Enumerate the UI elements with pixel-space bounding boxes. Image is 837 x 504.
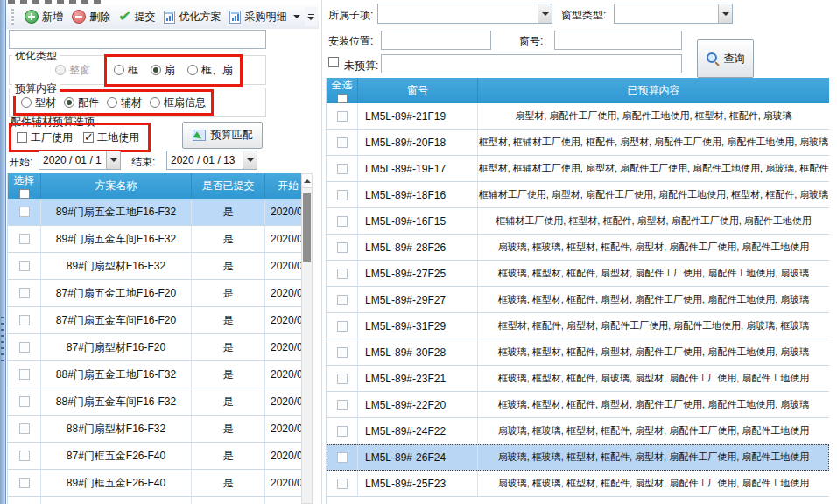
window-row[interactable]: LM5L-89#-23F21框玻璃, 框型材, 框配件, 扇玻璃, 扇型材, 扇… <box>327 366 829 392</box>
window-row[interactable]: LM5L-89#-18F16框辅材工厂使用, 扇型材, 扇配件工厂使用, 扇配件… <box>327 182 829 208</box>
left-splitter[interactable] <box>0 0 6 504</box>
row-checkbox[interactable] <box>19 234 30 244</box>
plan-row[interactable]: 87#门框五金F26-F40是2020/0 <box>8 443 302 470</box>
window-row[interactable]: LM5L-89#-27F25框玻璃, 框型材, 框配件, 扇型材, 扇配件工厂使… <box>327 261 829 287</box>
plan-row[interactable]: 89#门框五金F26-F40是2020/0 <box>8 470 302 497</box>
window-row[interactable]: LM5L-89#-29F27框玻璃, 框型材, 框配件, 扇型材, 扇配件工厂使… <box>327 287 829 313</box>
radio-型材[interactable]: 型材 <box>21 95 56 110</box>
window-row[interactable]: LM5L-89#-20F18框型材, 框辅材工厂使用, 框配件, 扇型材, 扇配… <box>327 130 829 156</box>
select-all-plans-checkbox[interactable] <box>19 189 30 199</box>
sub-item-dropdown-button[interactable] <box>538 4 552 23</box>
plan-row[interactable]: 88#门扇五金工地F16-F32是2020/0 <box>8 361 302 388</box>
purchase-detail-button[interactable]: 采购明细 <box>225 7 291 27</box>
radio-辅材[interactable]: 辅材 <box>107 95 142 110</box>
window-row[interactable]: LM5L-89#-21F19扇型材, 扇配件工厂使用, 扇配件工地使用, 框型材… <box>327 103 829 130</box>
plan-row[interactable]: 89#门扇五金工地F16-F32是2020/0 <box>8 199 302 226</box>
plan-row[interactable]: 87#门扇五金车间F16-F20是2020/0 <box>8 307 302 334</box>
plan-row[interactable]: 88#门框五金F21-F40是2020/0 <box>8 497 302 504</box>
window-row[interactable]: LM5L-89#-19F17框型材, 框辅材工厂使用, 扇型材, 扇配件工厂使用… <box>327 156 829 182</box>
plan-row[interactable]: 88#门扇五金车间F16-F32是2020/0 <box>8 388 302 416</box>
window-row[interactable]: LM5L-89#-25F23扇玻璃, 框玻璃, 框型材, 框配件, 扇型材, 扇… <box>327 471 829 497</box>
window-type-dropdown-button[interactable] <box>718 4 732 23</box>
row-checkbox[interactable] <box>19 315 30 326</box>
optimize-plan-button[interactable]: 优化方案 <box>159 7 225 27</box>
row-checkbox[interactable] <box>337 374 348 384</box>
plans-scrollbar[interactable] <box>301 173 313 504</box>
row-checkbox[interactable] <box>337 295 348 305</box>
toolbar-overflow-button[interactable] <box>305 7 317 26</box>
window-row[interactable]: LM5L-89#-28F26扇玻璃, 框玻璃, 框型材, 框配件, 扇型材, 扇… <box>327 234 829 261</box>
windows-table: 全选 窗号 已预算内容 LM5L-89#-21F19扇型材, 扇配件工厂使用, … <box>326 78 829 504</box>
checkbox-工厂使用[interactable]: 工厂使用 <box>17 130 73 145</box>
no-budget-input[interactable] <box>381 54 682 74</box>
windows-header-content[interactable]: 已预算内容 <box>478 78 829 103</box>
end-date-picker[interactable]: 2020 / 01 / 13 <box>166 150 257 170</box>
row-checkbox[interactable] <box>337 190 348 200</box>
submit-button[interactable]: 提交 <box>115 7 159 27</box>
checkbox-工地使用[interactable]: 工地使用 <box>83 130 139 145</box>
no-budget-checkbox[interactable] <box>328 57 339 67</box>
row-checkbox[interactable] <box>19 478 30 488</box>
start-date-dropdown-button[interactable] <box>106 151 120 169</box>
start-date-label: 开始: <box>9 155 32 170</box>
radio-扇[interactable]: 扇 <box>151 63 175 78</box>
row-checkbox[interactable] <box>337 452 348 463</box>
row-checkbox[interactable] <box>337 479 348 489</box>
row-checkbox[interactable] <box>19 396 30 407</box>
plan-filter-input[interactable] <box>9 30 266 49</box>
radio-配件[interactable]: 配件 <box>64 95 99 110</box>
window-row[interactable]: LM5L-89#-16F15框辅材工厂使用, 框型材, 框配件, 扇型材, 扇配… <box>327 208 829 234</box>
row-checkbox[interactable] <box>337 164 348 174</box>
sub-item-combobox[interactable] <box>377 4 552 24</box>
select-all-windows-checkbox[interactable] <box>337 94 348 103</box>
row-checkbox[interactable] <box>19 451 30 461</box>
window-row[interactable]: LM5L-89#-26F24扇玻璃, 框玻璃, 框型材, 框配件, 扇型材, 扇… <box>327 444 829 471</box>
row-checkbox[interactable] <box>19 206 30 217</box>
plans-header-submitted[interactable]: 是否已提交 <box>192 173 265 199</box>
window-no-input[interactable] <box>554 31 682 50</box>
scrollbar-up-button[interactable] <box>302 174 312 188</box>
start-date-picker[interactable]: 2020 / 01 / 1 <box>39 150 121 170</box>
plan-row[interactable]: 87#门扇五金工地F16-F20是2020/0 <box>8 280 302 307</box>
plan-row[interactable]: 88#门扇型材F16-F32是2020/0 <box>8 416 302 443</box>
window-row[interactable]: LM5L-89#-24F22扇玻璃, 框玻璃, 框型材, 框配件, 扇型材, 扇… <box>327 418 829 444</box>
query-button[interactable]: 查询 <box>697 39 754 78</box>
radio-框扇信息[interactable]: 框扇信息 <box>150 95 206 110</box>
radio-circle-icon <box>107 97 117 108</box>
plan-row-select-cell <box>8 443 41 469</box>
radio-框[interactable]: 框 <box>114 63 138 78</box>
row-checkbox[interactable] <box>337 242 348 253</box>
row-checkbox[interactable] <box>19 288 30 298</box>
row-checkbox[interactable] <box>337 400 348 410</box>
row-checkbox[interactable] <box>337 426 348 437</box>
plans-header-start[interactable]: 开始 <box>265 173 302 199</box>
plans-header-name[interactable]: 方案名称 <box>41 173 192 199</box>
window-row[interactable]: LM5L-89#-30F28框玻璃, 框型材, 框配件, 扇型材, 扇配件工厂使… <box>327 340 829 366</box>
add-button[interactable]: 新增 <box>20 7 67 27</box>
window-type-combobox[interactable] <box>614 4 733 24</box>
plan-row[interactable]: 89#门扇五金车间F16-F32是2020/0 <box>8 226 302 253</box>
window-row[interactable]: LM5L-89#-31F29框型材, 框配件, 扇型材, 扇配件工厂使用, 扇配… <box>327 313 829 340</box>
row-checkbox[interactable] <box>19 424 30 434</box>
delete-button[interactable]: 删除 <box>67 7 115 27</box>
row-checkbox[interactable] <box>337 216 348 227</box>
window-row[interactable]: LM5L-89#-22F20框玻璃, 框型材, 框配件, 扇型材, 扇配件工厂使… <box>327 392 829 418</box>
row-checkbox[interactable] <box>337 321 348 332</box>
scrollbar-thumb[interactable] <box>303 193 311 262</box>
radio-框、扇[interactable]: 框、扇 <box>187 63 233 78</box>
plan-row[interactable]: 87#门扇型材F16-F20是2020/0 <box>8 334 302 361</box>
end-date-dropdown-button[interactable] <box>243 151 257 169</box>
row-checkbox[interactable] <box>19 261 30 271</box>
purchase-detail-dropdown-icon[interactable] <box>293 15 300 18</box>
install-position-input[interactable] <box>381 31 491 50</box>
checkbox-box-icon <box>17 132 27 143</box>
row-checkbox[interactable] <box>19 369 30 380</box>
row-checkbox[interactable] <box>337 269 348 279</box>
row-checkbox[interactable] <box>337 111 348 122</box>
budget-match-button[interactable]: 预算匹配 <box>182 122 263 149</box>
row-checkbox[interactable] <box>337 347 348 358</box>
windows-header-window-no[interactable]: 窗号 <box>358 78 478 103</box>
plan-row[interactable]: 89#门扇型材F16-F32是2020/0 <box>8 253 302 280</box>
row-checkbox[interactable] <box>337 137 348 148</box>
row-checkbox[interactable] <box>19 342 30 353</box>
